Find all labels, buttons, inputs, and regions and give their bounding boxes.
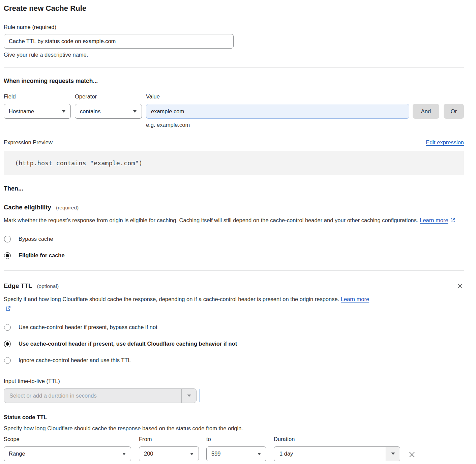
edge-ttl-title: Edge TTL <box>4 282 32 289</box>
field-column: Field Hostname <box>4 93 71 128</box>
chevron-down-icon <box>258 453 261 455</box>
radio-label: Use cache-control header if present, byp… <box>19 324 157 330</box>
duration-select-value: 1 day <box>274 447 386 461</box>
expression-code: (http.host contains "example.com") <box>15 160 143 167</box>
rule-name-label: Rule name (required) <box>4 24 464 30</box>
from-select[interactable]: 200 <box>139 446 199 461</box>
value-label: Value <box>146 93 409 100</box>
rule-name-input[interactable] <box>4 34 234 49</box>
or-button[interactable]: Or <box>444 104 464 119</box>
from-column: From 200 <box>139 436 199 461</box>
expression-code-block: (http.host contains "example.com") <box>4 151 464 175</box>
duration-select[interactable]: 1 day <box>274 446 400 461</box>
radio-label: Use cache-control header if present, use… <box>19 341 237 347</box>
value-help: e.g. example.com <box>146 122 409 128</box>
radio-option-use-header-bypass[interactable]: Use cache-control header if present, byp… <box>4 324 464 331</box>
duration-dropdown-button[interactable] <box>386 447 400 461</box>
radio-button-unselected[interactable] <box>4 357 11 364</box>
cache-eligibility-description: Mark whether the request’s response from… <box>4 215 457 226</box>
radio-button-unselected[interactable] <box>4 236 11 242</box>
field-select-value: Hostname <box>9 108 34 115</box>
external-link-icon <box>450 216 455 226</box>
cache-eligibility-title: Cache eligibility <box>4 204 51 211</box>
rule-name-help: Give your rule a descriptive name. <box>4 52 464 58</box>
status-code-ttl-row: Scope Range From 200 to 599 Duration 1 d… <box>4 436 464 461</box>
field-select[interactable]: Hostname <box>4 104 71 119</box>
duration-label: Duration <box>274 436 400 442</box>
radio-button-selected[interactable] <box>4 341 11 347</box>
field-label: Field <box>4 93 71 100</box>
ttl-duration-select[interactable]: Select or add a duration in seconds <box>4 388 197 403</box>
cache-eligibility-qualifier: (required) <box>56 205 79 210</box>
radio-label: Bypass cache <box>19 236 53 242</box>
radio-option-ignore-header[interactable]: Ignore cache-control header and use this… <box>4 357 464 364</box>
value-input[interactable] <box>146 104 409 119</box>
to-select-value: 599 <box>211 451 221 457</box>
edge-ttl-learn-more-link[interactable]: Learn more <box>341 296 369 302</box>
ttl-combo-row: Select or add a duration in seconds <box>4 388 464 403</box>
edge-ttl-description-text: Specify if and how long Cloudflare shoul… <box>4 296 339 302</box>
to-column: to 599 <box>206 436 266 461</box>
section-divider <box>4 270 464 271</box>
operator-label: Operator <box>75 93 142 100</box>
ttl-duration-placeholder: Select or add a duration in seconds <box>4 389 181 403</box>
cache-eligibility-description-text: Mark whether the request’s response from… <box>4 217 418 223</box>
edge-ttl-header: Edge TTL (optional) <box>4 282 464 290</box>
match-heading: When incoming requests match... <box>4 78 464 85</box>
text-cursor <box>199 389 200 402</box>
chevron-down-icon <box>391 453 395 455</box>
delete-status-row-button[interactable] <box>408 450 416 459</box>
cache-eligibility-heading: Cache eligibility (required) <box>4 204 464 211</box>
chevron-down-icon <box>190 453 194 455</box>
scope-column: Scope Range <box>4 436 131 461</box>
chevron-down-icon <box>187 395 191 397</box>
ttl-input-label: Input time-to-live (TTL) <box>4 378 464 384</box>
external-link-icon <box>5 304 11 314</box>
page-title: Create new Cache Rule <box>4 4 464 13</box>
edge-ttl-description: Specify if and how long Cloudflare shoul… <box>4 294 376 314</box>
ttl-duration-dropdown-button[interactable] <box>181 389 196 403</box>
scope-label: Scope <box>4 436 131 442</box>
edit-expression-link[interactable]: Edit expression <box>426 139 464 146</box>
operator-column: Operator contains <box>75 93 142 128</box>
cache-eligibility-learn-more-link[interactable]: Learn more <box>420 217 448 223</box>
radio-option-use-header-default[interactable]: Use cache-control header if present, use… <box>4 341 464 347</box>
edge-ttl-heading: Edge TTL (optional) <box>4 282 59 290</box>
radio-label: Ignore cache-control header and use this… <box>19 357 131 364</box>
to-select[interactable]: 599 <box>206 446 266 461</box>
radio-label: Eligible for cache <box>19 252 65 259</box>
expression-preview-row: Expression Preview Edit expression <box>4 139 464 146</box>
edge-ttl-qualifier: (optional) <box>37 283 59 289</box>
close-icon <box>457 285 463 290</box>
chevron-down-icon <box>62 110 65 113</box>
match-condition-row: Field Hostname Operator contains Value e… <box>4 93 464 128</box>
from-label: From <box>139 436 199 442</box>
scope-select[interactable]: Range <box>4 446 131 461</box>
delete-icon <box>408 454 416 459</box>
then-heading: Then... <box>4 185 464 192</box>
from-select-value: 200 <box>144 451 153 457</box>
expression-preview-label: Expression Preview <box>4 139 53 146</box>
radio-button-selected[interactable] <box>4 252 11 259</box>
create-cache-rule-page: Create new Cache Rule Rule name (require… <box>0 0 476 464</box>
duration-column: Duration 1 day <box>274 436 400 461</box>
status-row-delete-wrap <box>408 436 416 461</box>
section-divider <box>4 67 464 67</box>
operator-select-value: contains <box>80 108 100 115</box>
radio-button-unselected[interactable] <box>4 324 11 331</box>
operator-select[interactable]: contains <box>75 104 142 119</box>
and-button[interactable]: And <box>413 104 439 119</box>
edge-ttl-close-button[interactable] <box>456 282 464 290</box>
value-column: Value e.g. example.com <box>146 93 409 128</box>
status-code-ttl-description: Specify how long Cloudflare should cache… <box>4 425 464 432</box>
status-code-ttl-title: Status code TTL <box>4 414 464 420</box>
chevron-down-icon <box>122 453 126 455</box>
scope-select-value: Range <box>9 451 25 457</box>
condition-connectors: And Or <box>413 93 464 128</box>
radio-option-eligible-for-cache[interactable]: Eligible for cache <box>4 252 464 259</box>
chevron-down-icon <box>133 110 137 113</box>
radio-option-bypass-cache[interactable]: Bypass cache <box>4 236 464 242</box>
to-label: to <box>206 436 266 442</box>
